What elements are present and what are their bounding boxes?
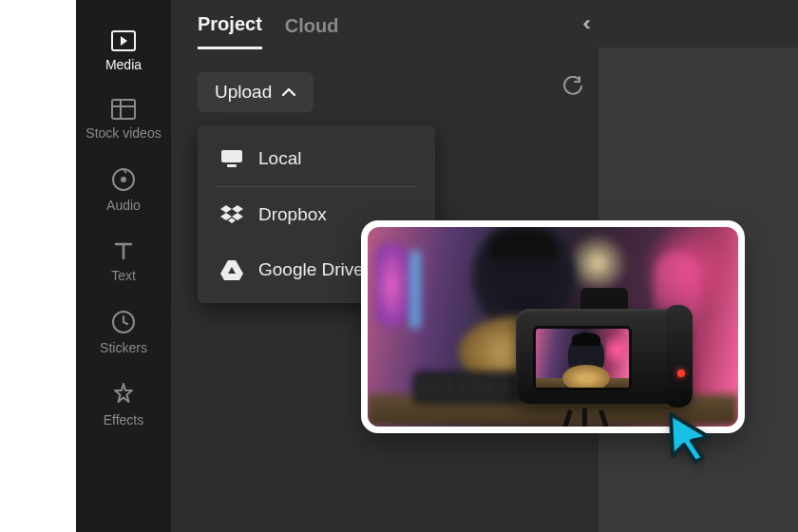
sidebar-item-media[interactable]: Media <box>76 21 171 82</box>
media-play-icon <box>111 30 136 51</box>
sidebar-item-text[interactable]: Text <box>76 230 171 293</box>
upload-option-label: Local <box>258 148 301 169</box>
sidebar-item-label: Stock videos <box>86 125 161 141</box>
sidebar-item-label: Text <box>111 268 136 283</box>
sidebar-item-audio[interactable]: Audio <box>76 158 171 222</box>
refresh-button[interactable] <box>562 76 583 97</box>
local-computer-icon <box>220 149 243 168</box>
svg-rect-7 <box>221 150 242 162</box>
collapse-panel-button[interactable]: ‹‹ <box>582 11 585 36</box>
chevrons-left-icon: ‹‹ <box>582 11 585 35</box>
refresh-icon <box>562 76 583 97</box>
effects-star-icon <box>111 382 136 407</box>
svg-rect-1 <box>112 100 135 119</box>
sidebar-item-label: Effects <box>104 412 144 428</box>
upload-option-label: Google Drive <box>258 259 364 280</box>
dropbox-icon <box>220 205 243 224</box>
upload-button-label: Upload <box>215 82 272 103</box>
panel-tabs: Project Cloud ‹‹ <box>171 0 598 49</box>
thumbnail-image <box>368 227 738 427</box>
svg-rect-8 <box>227 164 237 167</box>
tab-cloud[interactable]: Cloud <box>285 15 339 48</box>
upload-option-label: Dropbox <box>258 204 327 225</box>
upload-button[interactable]: Upload <box>198 72 314 112</box>
upload-option-local[interactable]: Local <box>198 131 435 186</box>
sidebar-item-effects[interactable]: Effects <box>76 372 171 437</box>
text-icon <box>112 239 135 262</box>
tool-sidebar: Media Stock videos Audio Text Stickers E… <box>76 0 171 532</box>
stock-grid-icon <box>111 99 136 120</box>
sidebar-item-label: Audio <box>106 198 141 213</box>
sidebar-item-stock-videos[interactable]: Stock videos <box>76 89 171 150</box>
media-thumbnail[interactable] <box>361 220 745 433</box>
tab-project[interactable]: Project <box>198 13 262 49</box>
stickers-clock-icon <box>111 310 136 334</box>
sidebar-item-label: Media <box>105 57 142 72</box>
svg-point-5 <box>121 177 126 182</box>
chevron-up-icon <box>281 87 296 97</box>
sidebar-item-label: Stickers <box>100 340 147 355</box>
sidebar-item-stickers[interactable]: Stickers <box>76 300 171 365</box>
camera-graphic <box>516 288 691 421</box>
cursor-pointer-icon <box>663 408 720 466</box>
audio-disc-icon <box>111 167 136 192</box>
google-drive-icon <box>220 260 243 280</box>
